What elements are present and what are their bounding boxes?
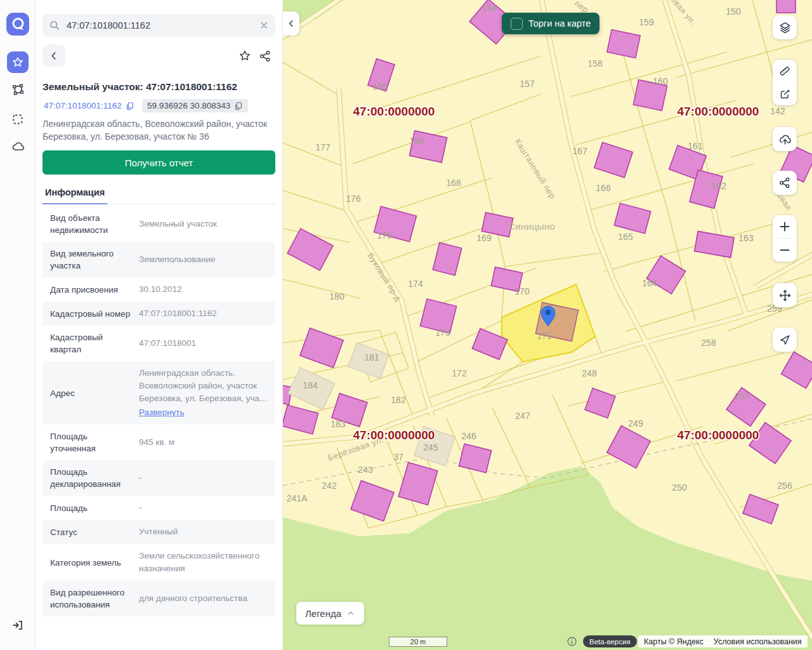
collapse-panel-button[interactable]	[283, 11, 299, 36]
parcel-label: 156	[409, 136, 424, 146]
info-row: СтатусУчтенный	[43, 520, 275, 544]
info-row-value: Ленинградская область, Всеволожский райо…	[139, 367, 268, 419]
upload-button[interactable]	[773, 127, 797, 151]
info-row: Площадь уточненная945 кв. м	[43, 425, 275, 460]
cadastral-number-chip[interactable]: 47:07:1018001:1162	[43, 99, 136, 112]
cloud-upload-icon	[778, 133, 792, 146]
cloud-icon	[11, 140, 25, 154]
info-row: Кадастровый номер47:07:1018001:1162	[43, 302, 275, 326]
measure-button[interactable]	[773, 60, 797, 83]
info-row-label: Вид объекта недвижимости	[50, 212, 131, 236]
chevron-left-icon	[287, 19, 296, 28]
cadastral-quarter-label: 47:00:0000000	[678, 428, 759, 442]
parcel-label: 258	[701, 338, 716, 348]
info-row: Площадь-	[43, 496, 275, 520]
map-canvas[interactable]: 1541551571771561681761751691741801701731…	[283, 0, 812, 650]
info-row-label: Статус	[50, 526, 131, 538]
parcel-label: 173	[435, 328, 450, 338]
legend-label: Легенда	[305, 608, 341, 619]
parcel-label: 171	[537, 331, 552, 341]
parcel-label: 183	[331, 419, 346, 429]
draw-tools-group	[773, 60, 797, 105]
zoom-in-button[interactable]	[773, 215, 797, 238]
copyright-text: Карты © Яндекс	[644, 637, 704, 646]
info-row-label: Вид земельного участка	[50, 248, 131, 272]
app-logo[interactable]	[6, 13, 29, 36]
info-row-label: Площадь	[50, 502, 131, 514]
share-map-button[interactable]	[773, 171, 797, 195]
info-row-label: Адрес	[50, 387, 131, 399]
share-icon	[259, 50, 272, 63]
parcel-label: 249	[628, 418, 643, 428]
legend-button[interactable]: Легенда	[296, 602, 364, 625]
terms-link[interactable]: Условия использования	[714, 637, 802, 646]
info-row-value: Земли сельскохозяйственного назначения	[139, 550, 268, 575]
icon-rail	[0, 0, 36, 650]
info-button[interactable]	[566, 635, 578, 647]
cadastral-quarter-label: 47:00:0000000	[353, 105, 435, 118]
building	[776, 0, 796, 13]
sidebar-item-polygon-tool[interactable]	[7, 79, 29, 100]
parcel-label: 175	[377, 230, 392, 241]
search-input[interactable]	[65, 20, 254, 31]
parcel-label: 150	[726, 6, 741, 17]
expand-address-link[interactable]: Развернуть	[139, 406, 268, 419]
ruler-icon	[778, 65, 791, 77]
login-button[interactable]	[7, 614, 29, 636]
copy-icon[interactable]	[234, 102, 243, 110]
info-row-value: -	[139, 501, 268, 514]
parcel-label: 172	[452, 368, 467, 378]
back-button[interactable]	[43, 44, 65, 67]
parcel-label: 158	[587, 58, 603, 69]
map-area[interactable]: 1541551571771561681761751691741801701731…	[283, 0, 812, 650]
copy-icon[interactable]	[126, 102, 134, 110]
parcel-label: 162	[711, 181, 726, 191]
parcel-label: 245	[423, 442, 438, 453]
app-root: Земельный участок: 47:07:1018001:1162 47…	[0, 0, 812, 650]
info-row-label: Площадь декларированная	[50, 466, 131, 490]
get-report-button[interactable]: Получить отчет	[43, 150, 275, 175]
trades-toggle-label: Торги на карте	[528, 18, 591, 29]
parcel-label: 154	[481, 3, 497, 13]
info-row: Вид земельного участкаЗемлепользование	[43, 242, 275, 277]
chevron-up-icon	[346, 609, 355, 618]
share-icon	[778, 176, 791, 189]
info-row-label: Дата присвоения	[50, 284, 131, 296]
info-row-value: для дачного строительства	[139, 592, 268, 605]
sidebar-item-select-area[interactable]	[7, 109, 29, 130]
parcel-label: 167	[572, 146, 587, 156]
info-row-value: 945 кв. м	[139, 436, 268, 449]
sidebar-item-favorites[interactable]	[7, 51, 29, 73]
share-button[interactable]	[255, 46, 275, 66]
parcel-label: 142	[770, 106, 785, 116]
info-row: Площадь декларированная-	[43, 460, 275, 496]
star-icon	[11, 56, 24, 69]
map-scale-bar: 20 m	[389, 637, 447, 647]
favorite-button[interactable]	[235, 46, 255, 66]
trades-on-map-toggle[interactable]: Торги на карте	[502, 13, 599, 34]
coordinates-chip[interactable]: 59.936926 30.808343	[142, 99, 248, 112]
scale-label: 20 m	[410, 638, 426, 646]
map-attribution: Карты © Яндекс Условия использования	[638, 635, 808, 647]
parcel-label: 176	[346, 194, 361, 204]
parcel-label: 181	[364, 352, 379, 362]
login-icon	[11, 618, 25, 632]
edit-button[interactable]	[773, 83, 797, 105]
zoom-out-button[interactable]	[773, 239, 797, 262]
parcel-label: 159	[639, 17, 654, 27]
checkbox-icon[interactable]	[511, 18, 523, 30]
sidebar-item-cloud[interactable]	[7, 136, 29, 157]
pan-mode-button[interactable]	[773, 283, 797, 307]
parcel-label: 37	[393, 452, 403, 462]
tab-information[interactable]: Информация	[43, 181, 107, 204]
parcel-label: 174	[408, 279, 423, 289]
clear-search-icon[interactable]	[259, 20, 269, 30]
star-outline-icon	[239, 49, 251, 63]
locate-me-button[interactable]	[773, 328, 797, 352]
info-row: АдресЛенинградская область, Всеволожский…	[43, 361, 275, 425]
search-icon	[49, 20, 60, 31]
move-icon	[778, 289, 792, 302]
parcel-label: 165	[618, 232, 633, 242]
object-info-panel: Земельный участок: 47:07:1018001:1162 47…	[36, 0, 283, 650]
layers-button[interactable]	[773, 15, 797, 39]
